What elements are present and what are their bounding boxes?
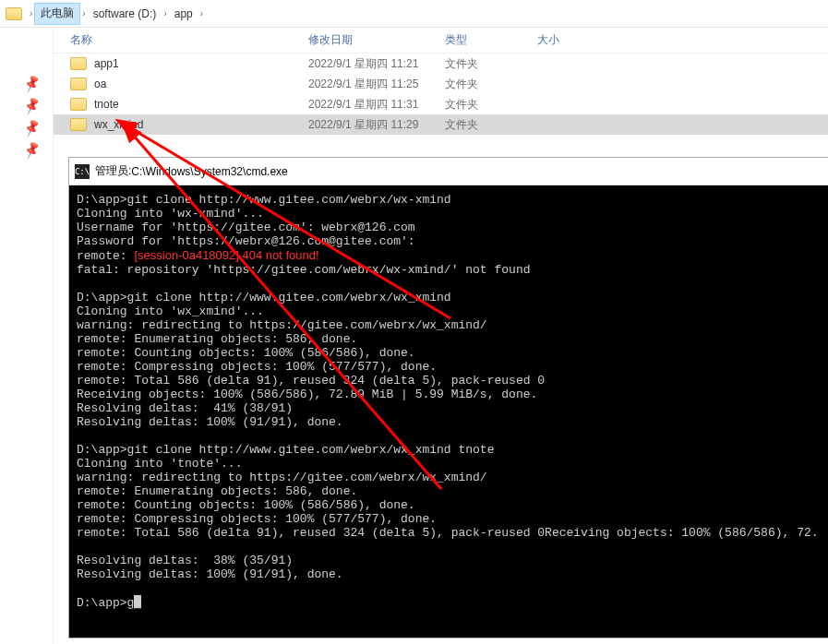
breadcrumb-this-pc[interactable]: 此电脑 [34, 3, 80, 25]
chevron-right-icon[interactable]: › [198, 8, 205, 18]
breadcrumb: › 此电脑 › software (D:) › app › [0, 0, 828, 28]
file-row[interactable]: tnote2022/9/1 星期四 11:31文件夹 [54, 94, 828, 114]
file-list-area: 名称 修改日期 类型 大小 app12022/9/1 星期四 11:21文件夹o… [54, 28, 828, 644]
folder-icon [6, 7, 22, 20]
breadcrumb-folder[interactable]: app [169, 3, 198, 25]
file-name: app1 [94, 57, 308, 70]
chevron-right-icon[interactable]: › [80, 8, 87, 18]
folder-icon [70, 78, 87, 90]
folder-icon [70, 98, 87, 111]
column-name[interactable]: 名称 [70, 32, 308, 48]
cmd-window[interactable]: C:\ 管理员: C:\Windows\System32\cmd.exe D:\… [68, 157, 828, 638]
folder-icon [70, 57, 87, 70]
column-size[interactable]: 大小 [537, 32, 611, 48]
column-headers: 名称 修改日期 类型 大小 [54, 28, 828, 54]
cmd-icon: C:\ [75, 164, 90, 179]
file-name: wx_xmind [94, 118, 308, 131]
file-date: 2022/9/1 星期四 11:25 [308, 77, 445, 92]
file-row[interactable]: oa2022/9/1 星期四 11:25文件夹 [54, 74, 828, 94]
cmd-title-prefix: 管理员: [95, 163, 131, 179]
file-date: 2022/9/1 星期四 11:21 [308, 56, 445, 72]
file-name: oa [94, 78, 308, 90]
file-row[interactable]: app12022/9/1 星期四 11:21文件夹 [54, 54, 828, 74]
file-row[interactable]: wx_xmind2022/9/1 星期四 11:29文件夹 [54, 114, 828, 135]
file-type: 文件夹 [445, 56, 537, 72]
file-type: 文件夹 [445, 117, 537, 133]
cmd-title-path: C:\Windows\System32\cmd.exe [131, 165, 287, 178]
column-date[interactable]: 修改日期 [308, 32, 445, 48]
chevron-right-icon[interactable]: › [28, 8, 34, 18]
quick-access-sidebar: 📌 📌 📌 📌 [0, 28, 54, 644]
file-type: 文件夹 [445, 77, 537, 92]
file-type: 文件夹 [445, 97, 537, 113]
column-type[interactable]: 类型 [445, 32, 537, 48]
file-date: 2022/9/1 星期四 11:31 [308, 97, 445, 113]
file-date: 2022/9/1 星期四 11:29 [308, 117, 445, 133]
file-name: tnote [94, 98, 308, 111]
cmd-output[interactable]: D:\app>git clone http://www.gitee.com/we… [69, 185, 828, 638]
breadcrumb-drive[interactable]: software (D:) [88, 3, 162, 25]
folder-icon [70, 118, 87, 131]
chevron-right-icon[interactable]: › [162, 8, 168, 18]
cmd-title-bar[interactable]: C:\ 管理员: C:\Windows\System32\cmd.exe [69, 158, 828, 185]
